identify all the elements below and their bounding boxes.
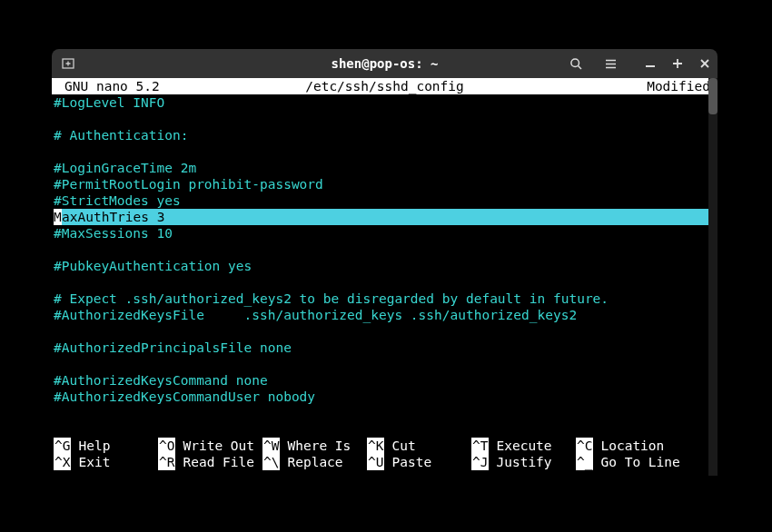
- scrollbar[interactable]: [708, 78, 718, 476]
- shortcut-key: ^O: [158, 438, 175, 454]
- editor-line: #MaxSessions 10: [54, 225, 716, 241]
- editor-line: #AuthorizedKeysCommand none: [54, 372, 716, 389]
- shortcut-row: ^XExit^RRead File^\Replace^UPaste^JJusti…: [54, 454, 716, 470]
- editor-line-highlighted: MaxAuthTries 3: [54, 209, 716, 225]
- editor-line: #LogLevel INFO: [54, 94, 716, 111]
- shortcut-cell: ^WWhere Is: [262, 438, 367, 454]
- shortcut-cell: ^_Go To Line: [576, 454, 680, 470]
- shortcut-key: ^J: [471, 454, 489, 470]
- nano-file-path: /etc/ssh/sshd_config: [305, 78, 464, 94]
- shortcut-key: ^U: [367, 454, 384, 470]
- shortcut-label: Cut: [391, 438, 415, 454]
- hamburger-menu-icon[interactable]: [601, 54, 619, 73]
- editor-line: [54, 405, 716, 421]
- editor-line: [54, 143, 716, 160]
- minimize-button[interactable]: [645, 58, 656, 69]
- shortcut-label: Paste: [391, 454, 431, 470]
- shortcut-bar: ^GHelp^OWrite Out^WWhere Is^KCut^TExecut…: [52, 438, 718, 476]
- shortcut-key: ^C: [576, 438, 593, 454]
- shortcut-key: ^W: [262, 438, 280, 454]
- shortcut-label: Go To Line: [600, 454, 679, 470]
- shortcut-cell: ^TExecute: [471, 438, 576, 454]
- editor-line: [54, 356, 716, 372]
- editor-line: #AuthorizedKeysCommandUser nobody: [54, 389, 716, 405]
- shortcut-cell: ^CLocation: [576, 438, 680, 454]
- editor-line: #StrictModes yes: [54, 192, 716, 209]
- shortcut-row: ^GHelp^OWrite Out^WWhere Is^KCut^TExecut…: [54, 438, 716, 454]
- shortcut-key: ^G: [54, 438, 71, 454]
- editor-line: #AuthorizedKeysFile .ssh/authorized_keys…: [54, 307, 716, 323]
- search-icon[interactable]: [567, 54, 585, 73]
- shortcut-cell: ^GHelp: [54, 438, 158, 454]
- shortcut-key: ^T: [471, 438, 489, 454]
- shortcut-key: ^X: [54, 454, 71, 470]
- editor-line: # Authentication:: [54, 127, 716, 143]
- shortcut-label: Execute: [496, 438, 551, 454]
- editor-line: #PermitRootLogin prohibit-password: [54, 176, 716, 192]
- svg-line-4: [578, 65, 581, 69]
- shortcut-cell: ^RRead File: [158, 454, 262, 470]
- editor-line-text: axAuthTries 3: [62, 209, 716, 225]
- close-button[interactable]: [699, 58, 710, 69]
- new-tab-icon[interactable]: [59, 54, 77, 73]
- editor-line: [54, 274, 716, 291]
- editor-line: #LoginGraceTime 2m: [54, 160, 716, 176]
- shortcut-label: Exit: [78, 454, 110, 470]
- maximize-button[interactable]: [672, 58, 683, 69]
- shortcut-cell: ^\Replace: [262, 454, 367, 470]
- title-bar-controls: [567, 54, 710, 73]
- editor-line: [54, 323, 716, 340]
- scrollbar-thumb[interactable]: [708, 78, 718, 114]
- shortcut-label: Write Out: [183, 438, 254, 454]
- cursor: M: [54, 209, 62, 225]
- nano-modified-status: Modified: [647, 78, 716, 94]
- window-title: shen@pop-os: ~: [331, 56, 438, 71]
- shortcut-cell: ^OWrite Out: [158, 438, 262, 454]
- shortcut-key: ^R: [158, 454, 175, 470]
- shortcut-key: ^K: [367, 438, 384, 454]
- shortcut-cell: ^KCut: [367, 438, 471, 454]
- editor-line: #PubkeyAuthentication yes: [54, 258, 716, 274]
- shortcut-label: Help: [78, 438, 110, 454]
- terminal-window: shen@pop-os: ~ GNU nano 5.2: [52, 49, 718, 476]
- svg-point-3: [570, 58, 579, 66]
- shortcut-cell: ^UPaste: [367, 454, 471, 470]
- shortcut-cell: ^XExit: [54, 454, 158, 470]
- shortcut-label: Replace: [287, 454, 342, 470]
- editor-line: [54, 241, 716, 258]
- editor-body[interactable]: #LogLevel INFO# Authentication:#LoginGra…: [52, 94, 718, 438]
- nano-header-bar: GNU nano 5.2 /etc/ssh/sshd_config Modifi…: [52, 78, 718, 94]
- shortcut-label: Justify: [496, 454, 551, 470]
- title-bar: shen@pop-os: ~: [52, 49, 718, 78]
- shortcut-key: ^\: [262, 454, 280, 470]
- editor-line: # Expect .ssh/authorized_keys2 to be dis…: [54, 291, 716, 307]
- editor-line: #AuthorizedPrincipalsFile none: [54, 340, 716, 356]
- shortcut-label: Where Is: [287, 438, 351, 454]
- nano-version: GNU nano 5.2: [54, 78, 160, 94]
- editor-line: [54, 111, 716, 127]
- shortcut-key: ^_: [576, 454, 593, 470]
- shortcut-cell: ^JJustify: [471, 454, 576, 470]
- shortcut-label: Read File: [183, 454, 254, 470]
- shortcut-label: Location: [600, 438, 664, 454]
- editor-line: [54, 421, 716, 438]
